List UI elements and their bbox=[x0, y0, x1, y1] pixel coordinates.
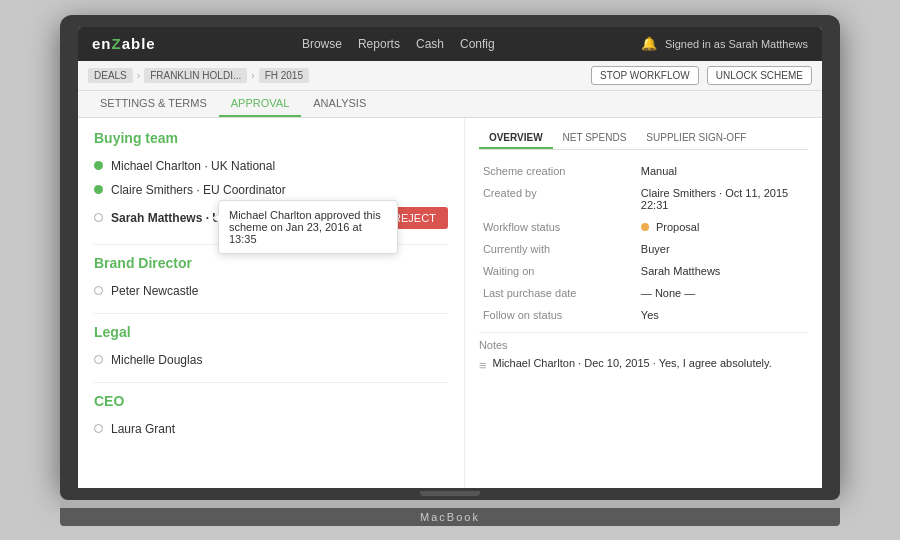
note-item: ≡ Michael Charlton · Dec 10, 2015 · Yes,… bbox=[479, 357, 808, 373]
field-value: — None — bbox=[637, 282, 808, 304]
workflow-status-text: Proposal bbox=[656, 221, 699, 233]
member-name: Claire Smithers · EU Coordinator bbox=[111, 183, 286, 197]
app-logo: enZable bbox=[92, 35, 156, 52]
list-item: Peter Newcastle bbox=[94, 279, 448, 303]
stop-workflow-button[interactable]: STOP WORKFLOW bbox=[591, 66, 699, 85]
status-dot-empty bbox=[94, 286, 103, 295]
bell-icon: 🔔 bbox=[641, 36, 657, 51]
tooltip-popup: Michael Charlton approved this scheme on… bbox=[218, 200, 398, 254]
section-title-buying-team: Buying team bbox=[94, 130, 448, 146]
field-value: Manual bbox=[637, 160, 808, 182]
overview-table: Scheme creation Manual Created by Claire… bbox=[479, 160, 808, 326]
workflow-status-dot bbox=[641, 223, 649, 231]
signed-in-label: Signed in as Sarah Matthews bbox=[665, 38, 808, 50]
right-tab-overview[interactable]: OVERVIEW bbox=[479, 128, 553, 149]
table-row: Waiting on Sarah Matthews bbox=[479, 260, 808, 282]
section-divider bbox=[94, 382, 448, 383]
right-tabs: OVERVIEW NET SPENDS SUPPLIER SIGN-OFF bbox=[479, 128, 808, 150]
status-dot-empty bbox=[94, 213, 103, 222]
member-name: Peter Newcastle bbox=[111, 284, 198, 298]
table-row: Created by Claire Smithers · Oct 11, 201… bbox=[479, 182, 808, 216]
section-title-ceo: CEO bbox=[94, 393, 448, 409]
note-content: Yes, I agree absolutely. bbox=[659, 357, 772, 369]
section-divider bbox=[94, 313, 448, 314]
nav-cash[interactable]: Cash bbox=[416, 37, 444, 51]
tab-approval[interactable]: APPROVAL bbox=[219, 91, 302, 117]
nav-right: 🔔 Signed in as Sarah Matthews bbox=[641, 36, 808, 51]
field-label: Waiting on bbox=[479, 260, 637, 282]
note-date: Dec 10, 2015 bbox=[584, 357, 649, 369]
nav-browse[interactable]: Browse bbox=[302, 37, 342, 51]
field-value: Sarah Matthews bbox=[637, 260, 808, 282]
status-dot-green bbox=[94, 185, 103, 194]
breadcrumb-fh2015[interactable]: FH 2015 bbox=[259, 68, 309, 83]
breadcrumb-franklin[interactable]: FRANKLIN HOLDI... bbox=[144, 68, 247, 83]
table-row: Scheme creation Manual bbox=[479, 160, 808, 182]
status-dot-empty bbox=[94, 424, 103, 433]
field-value: Claire Smithers · Oct 11, 2015 22:31 bbox=[637, 182, 808, 216]
note-icon: ≡ bbox=[479, 358, 487, 373]
table-row: Workflow status Proposal bbox=[479, 216, 808, 238]
note-text: Michael Charlton · Dec 10, 2015 · Yes, I… bbox=[492, 357, 771, 369]
table-row: Currently with Buyer bbox=[479, 238, 808, 260]
member-name: Michelle Douglas bbox=[111, 353, 202, 367]
field-value: Buyer bbox=[637, 238, 808, 260]
unlock-scheme-button[interactable]: UNLOCK SCHEME bbox=[707, 66, 812, 85]
list-item: Michael Charlton · UK National bbox=[94, 154, 448, 178]
list-item: Laura Grant bbox=[94, 417, 448, 441]
field-value-status: Proposal bbox=[637, 216, 808, 238]
member-name: Michael Charlton · UK National bbox=[111, 159, 275, 173]
member-name: Laura Grant bbox=[111, 422, 175, 436]
laptop-brand: MacBook bbox=[60, 508, 840, 526]
laptop-notch bbox=[420, 491, 480, 496]
nav-reports[interactable]: Reports bbox=[358, 37, 400, 51]
field-label: Created by bbox=[479, 182, 637, 216]
note-author: Michael Charlton bbox=[492, 357, 575, 369]
right-panel: OVERVIEW NET SPENDS SUPPLIER SIGN-OFF Sc… bbox=[465, 118, 822, 488]
breadcrumb-actions: STOP WORKFLOW UNLOCK SCHEME bbox=[591, 66, 812, 85]
breadcrumb-bar: DEALS › FRANKLIN HOLDI... › FH 2015 STOP… bbox=[78, 61, 822, 91]
list-item: Claire Smithers · EU Coordinator bbox=[94, 178, 448, 202]
right-tab-supplier-sign-off[interactable]: SUPPLIER SIGN-OFF bbox=[636, 128, 756, 149]
field-label: Follow on status bbox=[479, 304, 637, 326]
field-label: Currently with bbox=[479, 238, 637, 260]
table-row: Last purchase date — None — bbox=[479, 282, 808, 304]
section-title-brand-director: Brand Director bbox=[94, 255, 448, 271]
status-dot-empty bbox=[94, 355, 103, 364]
laptop-stand bbox=[60, 500, 840, 508]
main-tabs: SETTINGS & TERMS APPROVAL ANALYSIS bbox=[78, 91, 822, 118]
list-item: Michelle Douglas bbox=[94, 348, 448, 372]
status-dot-green bbox=[94, 161, 103, 170]
field-label: Workflow status bbox=[479, 216, 637, 238]
left-panel: Buying team Michael Charlton · UK Nation… bbox=[78, 118, 465, 488]
divider bbox=[479, 332, 808, 333]
tab-analysis[interactable]: ANALYSIS bbox=[301, 91, 378, 117]
breadcrumb-deals[interactable]: DEALS bbox=[88, 68, 133, 83]
table-row: Follow on status Yes bbox=[479, 304, 808, 326]
notes-label: Notes bbox=[479, 339, 808, 351]
right-tab-net-spends[interactable]: NET SPENDS bbox=[553, 128, 637, 149]
nav-config[interactable]: Config bbox=[460, 37, 495, 51]
section-title-legal: Legal bbox=[94, 324, 448, 340]
field-label: Scheme creation bbox=[479, 160, 637, 182]
nav-links: Browse Reports Cash Config bbox=[302, 37, 495, 51]
laptop-brand-text: MacBook bbox=[420, 511, 480, 523]
tooltip-text: Michael Charlton approved this scheme on… bbox=[229, 209, 381, 245]
field-label: Last purchase date bbox=[479, 282, 637, 304]
tab-settings-terms[interactable]: SETTINGS & TERMS bbox=[88, 91, 219, 117]
field-value: Yes bbox=[637, 304, 808, 326]
